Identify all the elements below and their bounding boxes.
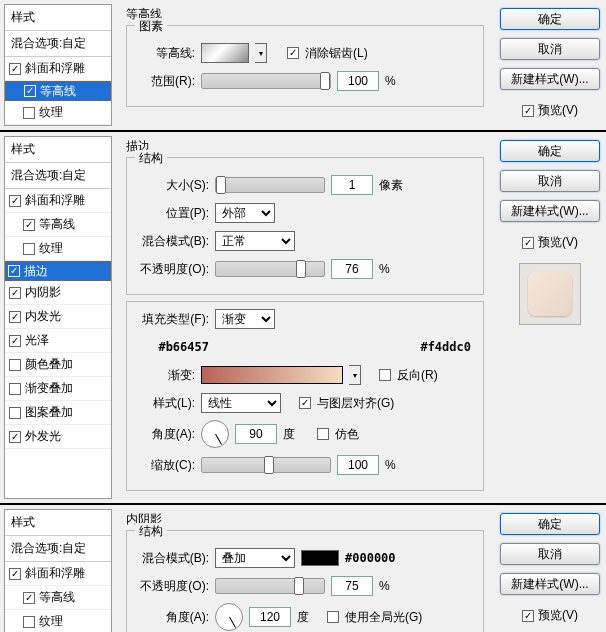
reverse-checkbox[interactable] <box>379 369 391 381</box>
scale-input[interactable] <box>337 455 379 475</box>
range-slider[interactable] <box>201 73 331 89</box>
style-sidebar: 样式 混合选项:自定 斜面和浮雕 等高线 纹理 描边 内阴影 内发光 光泽 颜色… <box>4 136 112 499</box>
opacity-slider[interactable] <box>215 578 325 594</box>
preview-thumbnail <box>519 263 581 325</box>
sidebar-item-outer-glow[interactable]: 外发光 <box>5 425 111 449</box>
main-panel: 等高线 图素 等高线: ▾ 消除锯齿(L) 范围(R): % <box>116 0 494 130</box>
sidebar-item-texture[interactable]: 纹理 <box>5 101 111 125</box>
right-col: 确定 取消 新建样式(W)... 预览(V) <box>494 0 606 130</box>
blend-select[interactable]: 叠加 <box>215 548 295 568</box>
sidebar-item-contour[interactable]: 等高线 <box>5 213 111 237</box>
cancel-button[interactable]: 取消 <box>500 543 600 565</box>
right-col: 确定 取消 新建样式(W)... 预览(V) <box>494 505 606 632</box>
new-style-button[interactable]: 新建样式(W)... <box>500 200 600 222</box>
sidebar-item-stroke[interactable]: 描边 <box>5 261 111 281</box>
ok-button[interactable]: 确定 <box>500 140 600 162</box>
sidebar-item-bevel[interactable]: 斜面和浮雕 <box>5 57 111 81</box>
sidebar-item-inner-glow[interactable]: 内发光 <box>5 305 111 329</box>
sidebar-item-texture[interactable]: 纹理 <box>5 237 111 261</box>
contour-label: 等高线: <box>139 45 195 62</box>
ok-button[interactable]: 确定 <box>500 513 600 535</box>
angle-input[interactable] <box>249 607 291 627</box>
sidebar-item-contour[interactable]: 等高线 <box>5 586 111 610</box>
panel-title: 等高线 <box>126 6 484 23</box>
opacity-input[interactable] <box>331 259 373 279</box>
sidebar-item-satin[interactable]: 光泽 <box>5 329 111 353</box>
contour-thumbnail[interactable] <box>201 43 249 63</box>
sidebar-item-color-overlay[interactable]: 颜色叠加 <box>5 353 111 377</box>
opacity-input[interactable] <box>331 576 373 596</box>
style-sidebar: 样式 混合选项:自定 斜面和浮雕 等高线 纹理 描边 内阴影 内发光 光泽 <box>4 509 112 632</box>
chevron-down-icon[interactable]: ▾ <box>349 365 361 385</box>
sidebar-item-texture[interactable]: 纹理 <box>5 610 111 632</box>
checkbox-icon[interactable] <box>9 63 21 75</box>
antialias-label: 消除锯齿(L) <box>305 45 368 62</box>
align-checkbox[interactable] <box>299 397 311 409</box>
antialias-checkbox[interactable] <box>287 47 299 59</box>
dialog-stroke: 样式 混合选项:自定 斜面和浮雕 等高线 纹理 描边 内阴影 内发光 光泽 颜色… <box>0 132 606 505</box>
group-fill: 填充类型(F):渐变 #b66457#f4ddc0 渐变:▾反向(R) 样式(L… <box>126 301 484 491</box>
sidebar-item-bevel[interactable]: 斜面和浮雕 <box>5 189 111 213</box>
sidebar-item-contour[interactable]: 等高线 <box>5 81 111 101</box>
angle-input[interactable] <box>235 424 277 444</box>
position-select[interactable]: 外部 <box>215 203 275 223</box>
cancel-button[interactable]: 取消 <box>500 38 600 60</box>
checkbox-icon[interactable] <box>23 107 35 119</box>
preview-checkbox[interactable] <box>522 237 534 249</box>
blend-options[interactable]: 混合选项:自定 <box>5 163 111 189</box>
sidebar-item-inner-shadow[interactable]: 内阴影 <box>5 281 111 305</box>
angle-dial[interactable] <box>215 603 243 631</box>
fill-type-select[interactable]: 渐变 <box>215 309 275 329</box>
range-input[interactable] <box>337 71 379 91</box>
ok-button[interactable]: 确定 <box>500 8 600 30</box>
new-style-button[interactable]: 新建样式(W)... <box>500 68 600 90</box>
chevron-down-icon[interactable]: ▾ <box>255 43 267 63</box>
right-col: 确定 取消 新建样式(W)... 预览(V) <box>494 132 606 503</box>
range-label: 范围(R): <box>139 73 195 90</box>
cancel-button[interactable]: 取消 <box>500 170 600 192</box>
sidebar-item-bevel[interactable]: 斜面和浮雕 <box>5 562 111 586</box>
blend-options[interactable]: 混合选项:自定 <box>5 31 111 57</box>
dialog-inner-shadow: 样式 混合选项:自定 斜面和浮雕 等高线 纹理 描边 内阴影 内发光 光泽 内阴… <box>0 505 606 632</box>
blend-select[interactable]: 正常 <box>215 231 295 251</box>
size-input[interactable] <box>331 175 373 195</box>
checkbox-icon[interactable] <box>24 85 36 97</box>
group-structure: 结构 混合模式(B):叠加#000000 不透明度(O):% 角度(A):度使用… <box>126 530 484 632</box>
global-light-checkbox[interactable] <box>327 611 339 623</box>
grad-style-select[interactable]: 线性 <box>201 393 281 413</box>
main-panel: 描边 结构 大小(S):像素 位置(P):外部 混合模式(B):正常 不透明度(… <box>116 132 494 503</box>
scale-slider[interactable] <box>201 457 331 473</box>
sidebar-title: 样式 <box>5 5 111 31</box>
group-structure: 结构 大小(S):像素 位置(P):外部 混合模式(B):正常 不透明度(O):… <box>126 157 484 295</box>
hex-value: #000000 <box>345 551 396 565</box>
sidebar-item-pattern-overlay[interactable]: 图案叠加 <box>5 401 111 425</box>
size-slider[interactable] <box>215 177 325 193</box>
sidebar-item-gradient-overlay[interactable]: 渐变叠加 <box>5 377 111 401</box>
color-swatch[interactable] <box>301 550 339 566</box>
gradient-preview[interactable] <box>201 366 343 384</box>
preview-checkbox[interactable] <box>522 610 534 622</box>
dither-checkbox[interactable] <box>317 428 329 440</box>
style-sidebar: 样式 混合选项:自定 斜面和浮雕 等高线 纹理 <box>4 4 112 126</box>
dialog-contour: 样式 混合选项:自定 斜面和浮雕 等高线 纹理 等高线 图素 等高线: ▾ 消除… <box>0 0 606 132</box>
angle-dial[interactable] <box>201 420 229 448</box>
new-style-button[interactable]: 新建样式(W)... <box>500 573 600 595</box>
group-elements: 图素 等高线: ▾ 消除锯齿(L) 范围(R): % <box>126 25 484 107</box>
hex-right: #f4ddc0 <box>420 340 471 354</box>
blend-options[interactable]: 混合选项:自定 <box>5 536 111 562</box>
hex-left: #b66457 <box>139 340 209 354</box>
main-panel: 内阴影 结构 混合模式(B):叠加#000000 不透明度(O):% 角度(A)… <box>116 505 494 632</box>
preview-checkbox[interactable] <box>522 105 534 117</box>
opacity-slider[interactable] <box>215 261 325 277</box>
